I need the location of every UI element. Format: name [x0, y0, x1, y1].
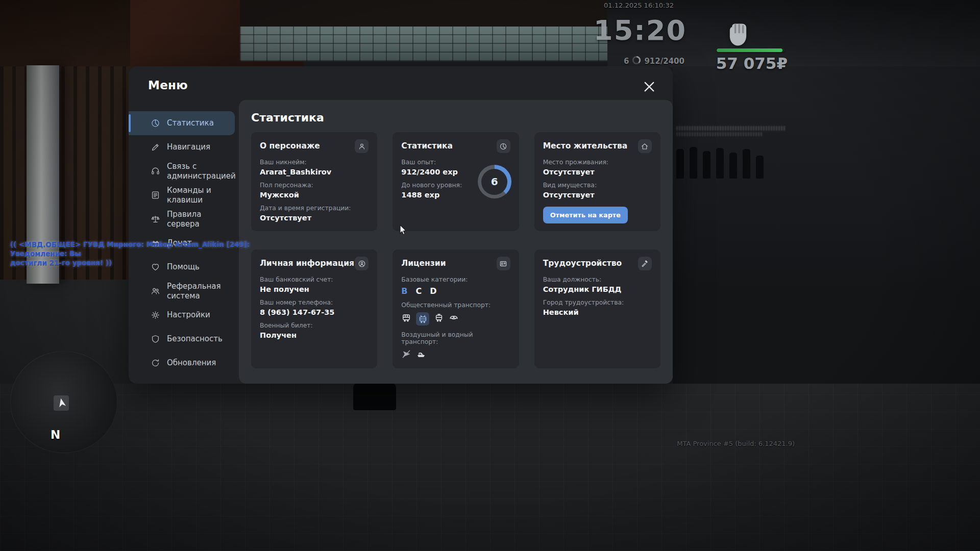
- field-value: Ararat_Bashkirov: [260, 168, 369, 176]
- card-title: Статистика: [401, 139, 453, 151]
- sidebar-item-label: Навигация: [167, 142, 210, 152]
- sidebar-item-navigation[interactable]: Навигация: [129, 135, 235, 159]
- card-title: Лицензии: [401, 257, 446, 268]
- sidebar-item-admin-contact[interactable]: Связь с администрацией: [129, 159, 235, 183]
- bus-icon: [401, 313, 411, 325]
- air-water-transport-icons: [401, 349, 510, 361]
- field-value: Сотрудник ГИБДД: [543, 285, 652, 293]
- level-progress-ring: 6: [478, 165, 511, 198]
- sidebar-item-updates[interactable]: Обновления: [129, 351, 235, 375]
- field-label: Место проживания:: [543, 159, 652, 166]
- hud-clock: 15:20: [594, 14, 687, 46]
- service-cap-icon: [449, 313, 459, 325]
- commands-list-icon: [150, 190, 160, 201]
- card-residence: Место жительства Место проживания: Отсут…: [534, 132, 660, 231]
- field-value: 8 (963) 147-67-35: [260, 308, 369, 316]
- sidebar-item-label: Правила сервера: [167, 210, 229, 229]
- pie-chart-icon: [150, 118, 160, 129]
- sidebar-item-label: Команды и клавиши: [167, 186, 229, 205]
- user-icon: [355, 139, 369, 153]
- health-bar: [717, 48, 785, 52]
- chat-line-2: достигли 21-го уровня! )): [10, 258, 265, 267]
- hud-exp-fraction: 912/2400: [644, 57, 684, 66]
- sidebar-item-statistics[interactable]: Статистика: [129, 111, 235, 135]
- refresh-icon: [150, 358, 160, 368]
- card-character: О персонаже Ваш никнейм: Ararat_Bashkiro…: [251, 132, 377, 231]
- field-label: Ваш опыт:: [401, 159, 467, 166]
- sidebar-item-label: Реферальная система: [167, 282, 229, 301]
- level-ring-icon: [632, 56, 641, 67]
- field-label: Базовые категории:: [401, 276, 510, 283]
- pencil-icon: [150, 142, 160, 153]
- sidebar-item-server-rules[interactable]: Правила сервера: [129, 207, 235, 231]
- field-value: Отсутствует: [260, 214, 369, 222]
- chat-line-1: (( <МВД.ОБЩЕЕ> ГУВД Мирного: Майор Artem…: [10, 240, 265, 258]
- card-title: О персонаже: [260, 139, 320, 151]
- field-value: Невский: [543, 308, 652, 316]
- sidebar-item-label: Статистика: [167, 118, 214, 128]
- tram-icon: [434, 313, 444, 325]
- menu-title: Меню: [148, 79, 188, 92]
- field-value: Не получен: [260, 285, 369, 293]
- field-label: Воздушный и водный транспорт:: [401, 331, 510, 345]
- id-card-icon: [497, 257, 510, 270]
- server-build-label: MTA Province #5 (build: 6.12421.9): [677, 440, 795, 447]
- sidebar-item-label: Связь с администрацией: [167, 162, 236, 181]
- sidebar-item-label: Настройки: [167, 310, 210, 320]
- license-category-b: B: [401, 286, 407, 296]
- license-categories: B C D: [401, 286, 510, 296]
- player-marker-icon: [55, 395, 69, 410]
- stats-cards-grid: О персонаже Ваш никнейм: Ararat_Bashkiro…: [251, 132, 660, 368]
- sidebar-item-settings[interactable]: Настройки: [129, 303, 235, 327]
- headset-icon: [150, 166, 160, 177]
- card-personal-info: Личная информация Ваш банковский счет: Н…: [251, 249, 377, 368]
- public-transport-icons: [401, 312, 510, 325]
- field-label: Дата и время регистрации:: [260, 205, 369, 212]
- sidebar-item-label: Обновления: [167, 358, 216, 368]
- field-label: Ваш номер телефона:: [260, 299, 369, 306]
- home-icon: [638, 139, 652, 153]
- field-value: Отсутствует: [543, 168, 652, 176]
- field-label: Город трудоустройства:: [543, 299, 652, 306]
- hud-datetime: 01.12.2025 16:10:32: [604, 2, 674, 9]
- card-licenses: Лицензии Базовые категории: B C D Общест…: [393, 249, 519, 368]
- trolleybus-icon: [416, 312, 429, 325]
- pie-chart-icon: [497, 139, 510, 153]
- minimap: N: [10, 351, 117, 453]
- field-label: Военный билет:: [260, 322, 369, 329]
- hud-level: 6 912/2400: [624, 56, 684, 67]
- card-employment: Трудоустройство Ваша должность: Сотрудни…: [534, 249, 660, 368]
- plane-crossed-icon: [401, 349, 411, 361]
- close-icon[interactable]: [642, 80, 656, 94]
- hud-money: 57 075₽: [716, 54, 788, 72]
- card-title: Трудоустройство: [543, 257, 622, 268]
- card-title: Личная информация: [260, 257, 354, 268]
- hud-level-number: 6: [624, 57, 629, 66]
- field-label: До нового уровня:: [401, 182, 467, 189]
- card-title: Место жительства: [543, 139, 628, 151]
- game-screen: 01.12.2025 16:10:32 15:20 6 912/2400 57 …: [0, 0, 980, 551]
- field-value: Получен: [260, 331, 369, 339]
- sidebar-item-commands[interactable]: Команды и клавиши: [129, 183, 235, 207]
- field-label: Ваш банковский счет:: [260, 276, 369, 283]
- boat-icon: [416, 349, 426, 361]
- field-value: Мужской: [260, 191, 369, 199]
- gear-icon: [150, 310, 160, 320]
- menu-content: Статистика О персонаже Ваш никнейм: Arar…: [239, 100, 673, 384]
- mark-on-map-button[interactable]: Отметить на карте: [543, 207, 628, 223]
- users-icon: [150, 286, 160, 296]
- sidebar-item-security[interactable]: Безопасность: [129, 327, 235, 351]
- license-category-d: D: [430, 286, 436, 296]
- sidebar-item-label: Безопасность: [167, 334, 223, 344]
- page-title: Статистика: [251, 111, 673, 124]
- field-label: Ваша должность:: [543, 276, 652, 283]
- level-number: 6: [491, 176, 498, 188]
- chat-message: (( <МВД.ОБЩЕЕ> ГУВД Мирного: Майор Artem…: [10, 240, 265, 268]
- fist-icon: [725, 20, 751, 49]
- field-value: 912/2400 exp: [401, 168, 467, 176]
- sidebar-item-referral[interactable]: Реферальная система: [129, 279, 235, 303]
- hammer-icon: [638, 257, 652, 270]
- scales-icon: [150, 214, 160, 224]
- user-circle-icon: [355, 257, 369, 270]
- field-label: Общественный транспорт:: [401, 302, 510, 309]
